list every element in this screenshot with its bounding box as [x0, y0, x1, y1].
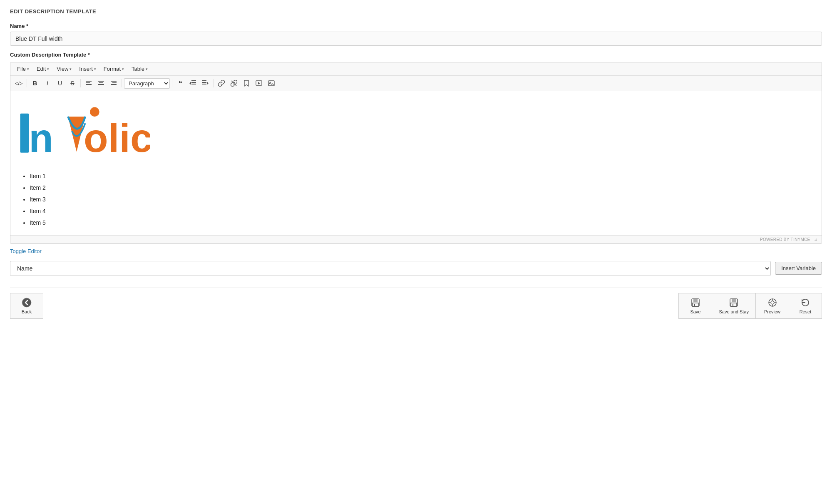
svg-rect-14	[191, 84, 196, 84]
resize-handle-icon[interactable]: ⊿	[814, 237, 817, 242]
preview-icon	[767, 298, 777, 308]
list-item: Item 5	[30, 217, 815, 228]
format-arrow-icon: ▾	[122, 67, 124, 71]
align-left-button[interactable]	[83, 77, 94, 89]
strikethrough-button[interactable]: S	[67, 77, 78, 89]
svg-point-29	[90, 107, 99, 117]
svg-rect-10	[111, 84, 117, 85]
media-button[interactable]	[253, 77, 265, 89]
list-item: Item 2	[30, 182, 815, 194]
blockquote-button[interactable]: ❝	[174, 77, 186, 89]
save-stay-icon	[729, 298, 739, 308]
save-button[interactable]: Save	[678, 293, 712, 319]
svg-rect-13	[191, 82, 196, 83]
underline-button[interactable]: U	[54, 77, 66, 89]
svg-rect-9	[112, 82, 117, 83]
align-center-button[interactable]	[95, 77, 107, 89]
save-icon	[690, 298, 700, 308]
name-label: Name *	[10, 23, 822, 29]
editor-footer: POWERED BY TINYMCE ⊿	[10, 235, 822, 243]
view-arrow-icon: ▾	[70, 67, 72, 71]
table-arrow-icon: ▾	[146, 67, 148, 71]
svg-rect-34	[694, 304, 695, 306]
indent-button[interactable]	[199, 77, 211, 89]
align-right-button[interactable]	[108, 77, 119, 89]
svg-rect-2	[86, 84, 92, 85]
menu-file[interactable]: File ▾	[14, 64, 32, 74]
separator-2	[80, 79, 81, 87]
svg-text:n: n	[29, 116, 53, 160]
svg-rect-33	[693, 303, 698, 306]
variable-select[interactable]: Name SKU Price Description Category	[10, 261, 771, 276]
svg-rect-38	[733, 304, 733, 306]
svg-point-40	[771, 301, 774, 304]
svg-line-20	[231, 81, 236, 86]
file-arrow-icon: ▾	[27, 67, 29, 71]
svg-rect-8	[111, 81, 117, 82]
link-button[interactable]	[216, 77, 227, 89]
svg-text:olic: olic	[84, 116, 150, 160]
involic-logo-image: n olic	[17, 98, 815, 162]
svg-rect-0	[86, 81, 92, 82]
separator-3	[122, 79, 122, 87]
editor-toolbar: </> B I U S	[10, 76, 822, 91]
back-icon	[22, 298, 32, 308]
bottom-right: Save Save and Stay	[678, 293, 822, 319]
paragraph-select[interactable]: Paragraph Heading 1 Heading 2 Heading 3 …	[124, 78, 170, 89]
svg-marker-19	[207, 82, 209, 85]
name-input[interactable]	[10, 32, 822, 46]
page-title: EDIT DESCRIPTION TEMPLATE	[10, 8, 822, 15]
editor-menubar: File ▾ Edit ▾ View ▾ Insert ▾ Format ▾ T…	[10, 62, 822, 76]
list-item: Item 3	[30, 194, 815, 205]
svg-rect-12	[191, 80, 196, 81]
svg-rect-6	[98, 84, 104, 85]
svg-rect-17	[202, 82, 206, 83]
svg-marker-15	[189, 82, 191, 85]
code-button[interactable]: </>	[13, 77, 25, 89]
svg-rect-1	[86, 82, 90, 83]
menu-edit[interactable]: Edit ▾	[33, 64, 52, 74]
variable-row: Name SKU Price Description Category Inse…	[10, 261, 822, 276]
svg-rect-32	[693, 299, 698, 302]
menu-view[interactable]: View ▾	[53, 64, 75, 74]
svg-rect-25	[20, 114, 29, 153]
svg-rect-4	[98, 81, 104, 82]
svg-rect-5	[99, 82, 103, 83]
outdent-button[interactable]	[187, 77, 199, 89]
list-item: Item 4	[30, 205, 815, 217]
reset-button[interactable]: Reset	[789, 293, 822, 319]
unlink-button[interactable]	[228, 77, 240, 89]
separator-4	[172, 79, 172, 87]
svg-point-30	[22, 298, 31, 307]
insert-variable-button[interactable]: Insert Variable	[775, 262, 822, 275]
menu-insert[interactable]: Insert ▾	[76, 64, 99, 74]
separator-5	[213, 79, 214, 87]
list-item: Item 1	[30, 170, 815, 182]
preview-button[interactable]: Preview	[755, 293, 789, 319]
italic-button[interactable]: I	[42, 77, 53, 89]
menu-table[interactable]: Table ▾	[128, 64, 151, 74]
insert-arrow-icon: ▾	[94, 67, 96, 71]
bottom-left: Back	[10, 293, 43, 319]
bottom-bar: Back Save Save and St	[10, 288, 822, 319]
editor-container: File ▾ Edit ▾ View ▾ Insert ▾ Format ▾ T…	[10, 62, 822, 244]
svg-marker-22	[258, 82, 260, 84]
save-stay-button[interactable]: Save and Stay	[712, 293, 755, 319]
toggle-editor-link[interactable]: Toggle Editor	[10, 248, 42, 254]
bookmark-button[interactable]	[241, 77, 252, 89]
menu-format[interactable]: Format ▾	[100, 64, 127, 74]
image-button[interactable]	[266, 77, 277, 89]
editor-content[interactable]: n olic Item 1 Item	[10, 91, 822, 235]
separator-1	[27, 79, 27, 87]
edit-arrow-icon: ▾	[47, 67, 49, 71]
svg-rect-16	[202, 80, 206, 81]
back-button[interactable]: Back	[10, 293, 43, 319]
svg-rect-18	[202, 84, 206, 84]
svg-rect-36	[732, 299, 736, 302]
template-label: Custom Description Template *	[10, 52, 822, 58]
reset-icon	[800, 298, 810, 308]
bold-button[interactable]: B	[29, 77, 41, 89]
svg-rect-37	[731, 303, 737, 306]
content-list: Item 1 Item 2 Item 3 Item 4 Item 5	[17, 170, 815, 228]
